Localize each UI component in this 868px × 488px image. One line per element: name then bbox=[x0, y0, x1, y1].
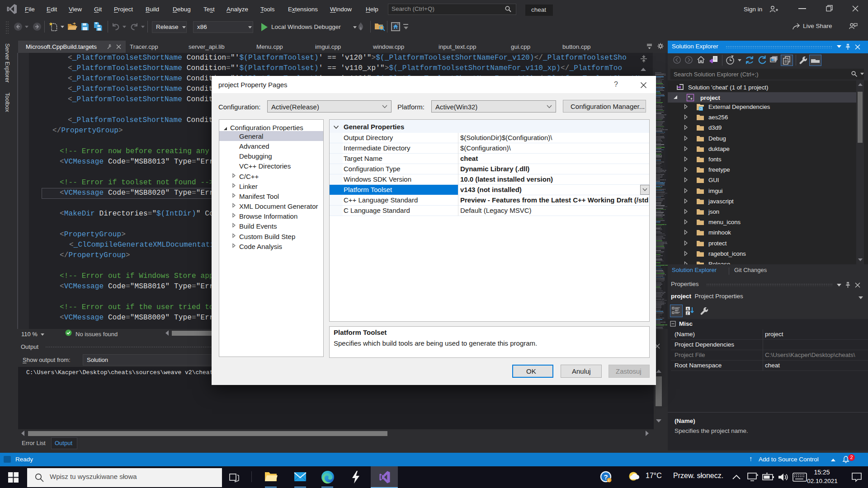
svg-text:Z: Z bbox=[687, 311, 689, 315]
svg-text:A: A bbox=[687, 307, 689, 311]
